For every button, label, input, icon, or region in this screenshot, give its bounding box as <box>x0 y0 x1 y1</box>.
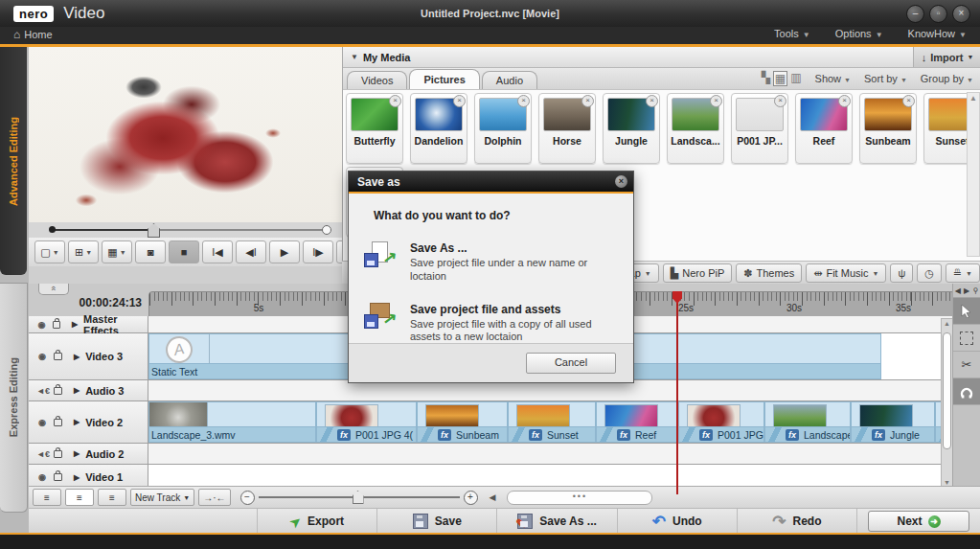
media-item[interactable]: × P001 JP... <box>731 93 788 164</box>
playhead[interactable] <box>676 291 678 494</box>
seek-bar[interactable] <box>29 222 342 239</box>
fx-badge[interactable]: fx <box>617 429 630 441</box>
tab-advanced-editing[interactable]: Advanced Editing <box>0 47 27 275</box>
lock-icon[interactable] <box>54 450 62 458</box>
record-icon[interactable]: ◉ <box>36 320 47 330</box>
remove-icon[interactable]: × <box>453 95 466 107</box>
timeline-collapse-button[interactable]: « <box>38 284 69 295</box>
remove-icon[interactable]: × <box>581 95 594 107</box>
timeline-clip[interactable]: fx P001 JPG 4( <box>678 401 764 443</box>
track-audio2-content[interactable] <box>148 444 953 464</box>
lock-icon[interactable] <box>54 353 62 360</box>
media-item[interactable]: × Jungle <box>603 93 660 164</box>
media-item[interactable]: × Dolphin <box>474 93 532 164</box>
slideshow-button[interactable]: ≞▼ <box>946 263 980 283</box>
expand-icon[interactable]: ▶ <box>72 320 78 329</box>
transition-icon[interactable] <box>597 427 616 442</box>
lock-icon[interactable] <box>54 387 62 395</box>
timeline-clip[interactable]: Landscape_3.wmv <box>148 401 316 443</box>
track-header-master[interactable]: ◉ ▶Master Effects <box>29 316 148 332</box>
fit-timeline-button[interactable]: →·← <box>198 489 230 506</box>
scrollbar-thumb[interactable] <box>943 332 951 449</box>
record-narration-button[interactable]: ψ <box>890 263 913 283</box>
expand-icon[interactable]: ▶ <box>74 418 80 426</box>
fx-badge[interactable]: fx <box>786 429 799 441</box>
home-menu[interactable]: ⌂Home <box>13 28 53 41</box>
group-by-dropdown[interactable]: Group by▼ <box>921 73 973 84</box>
save-button[interactable]: Save <box>376 509 496 534</box>
next-button[interactable]: Next➜ <box>868 511 969 532</box>
fx-badge[interactable]: fx <box>529 429 542 441</box>
fit-music-button[interactable]: ⇹Fit Music▼ <box>806 263 886 283</box>
nero-pip-button[interactable]: ▙Nero PiP <box>663 263 733 283</box>
new-track-dropdown[interactable]: New Track▼ <box>130 489 194 506</box>
remove-icon[interactable]: × <box>774 95 786 107</box>
lock-icon[interactable] <box>54 473 62 481</box>
track-height-medium-button[interactable]: ≡ <box>65 489 94 506</box>
view-grid-icon[interactable]: ▦ <box>773 71 787 86</box>
transport-button[interactable]: ■ <box>169 240 199 263</box>
expand-icon[interactable]: ▶ <box>74 473 80 482</box>
transport-button[interactable]: ▶ <box>269 240 300 263</box>
zoom-slider-handle[interactable] <box>353 491 364 504</box>
expand-icon[interactable]: ▶ <box>74 449 80 458</box>
tab-videos[interactable]: Videos <box>347 71 407 89</box>
track-header-video3[interactable]: ◉ ▶Video 3 <box>29 333 148 379</box>
magnet-tool-button[interactable] <box>953 378 980 405</box>
save-as-button[interactable]: ✎Save As ... <box>496 509 616 534</box>
zoom-slider[interactable] <box>259 496 460 498</box>
menu-item[interactable]: Options▼ <box>835 28 883 39</box>
remove-icon[interactable]: × <box>389 95 401 107</box>
import-button[interactable]: ↓ Import ▼ <box>913 47 980 67</box>
dialog-title-bar[interactable]: Save as × <box>349 172 633 192</box>
timeline-clip[interactable]: fx Sunset <box>508 401 596 443</box>
fx-badge[interactable]: fx <box>337 429 351 441</box>
transport-button[interactable]: ◙ <box>135 240 166 263</box>
transport-button[interactable]: ▢▼ <box>34 240 65 263</box>
undo-button[interactable]: ↶Undo <box>617 509 737 534</box>
transition-icon[interactable] <box>765 427 785 442</box>
keyframe-icon[interactable]: ⚲ <box>972 286 978 295</box>
timeline-clip[interactable]: fx Landscape <box>764 401 851 443</box>
seek-position-handle[interactable] <box>148 223 160 238</box>
dialog-close-icon[interactable]: × <box>615 175 627 188</box>
media-scrollbar[interactable]: ▲ <box>967 92 980 257</box>
redo-button[interactable]: ↷Redo <box>737 509 856 534</box>
marquee-tool-button[interactable] <box>953 325 980 352</box>
maximize-button[interactable]: ▫ <box>929 5 947 23</box>
media-item[interactable]: × Reef <box>795 93 853 164</box>
timeline-clip[interactable]: fx Sunbeam <box>417 401 508 443</box>
menu-item[interactable]: KnowHow▼ <box>908 28 967 39</box>
record-icon[interactable]: ◉ <box>36 352 48 361</box>
tab-express-editing[interactable]: Express Editing <box>0 283 28 513</box>
remove-icon[interactable]: × <box>710 95 722 107</box>
save-as-option[interactable]: ↗ Save As ... Save project file under a … <box>362 241 633 284</box>
scroll-right-icon[interactable]: ▶ <box>964 286 969 295</box>
track-height-small-button[interactable]: ≡ <box>33 489 61 506</box>
transport-button[interactable]: ◀Ι <box>236 240 266 263</box>
save-assets-option[interactable]: ↗ Save project file and assets Save proj… <box>362 303 633 345</box>
track-header-video2[interactable]: ◉ ▶Video 2 <box>29 401 148 443</box>
track-height-large-button[interactable]: ≡ <box>98 489 126 506</box>
scroll-up-icon[interactable]: ▲ <box>942 320 952 327</box>
media-item[interactable]: × Horse <box>538 93 596 164</box>
cancel-button[interactable]: Cancel <box>526 353 616 374</box>
track-header-audio3[interactable]: ◄€ ▶Audio 3 <box>29 380 148 400</box>
split-tool-button[interactable]: ✂ <box>953 352 980 378</box>
transition-icon[interactable] <box>679 427 698 442</box>
remove-icon[interactable]: × <box>902 95 915 107</box>
fx-badge[interactable]: fx <box>699 429 713 441</box>
zoom-out-button[interactable]: − <box>240 491 255 505</box>
timeline-horizontal-scrollbar[interactable]: ••• <box>507 491 652 505</box>
speaker-icon[interactable]: ◄€ <box>36 449 48 459</box>
timeline-clip[interactable]: fx Jungle <box>851 401 935 443</box>
transition-icon[interactable] <box>509 427 528 442</box>
track-video2-content[interactable]: Landscape_3.wmv fx P001 JPG 4( <box>148 401 953 443</box>
show-dropdown[interactable]: Show▼ <box>815 73 851 84</box>
expand-icon[interactable]: ▶ <box>74 386 80 395</box>
view-large-icons-icon[interactable]: ▚ <box>762 71 770 86</box>
transition-icon[interactable] <box>317 427 336 442</box>
transition-icon[interactable] <box>852 427 871 442</box>
minimize-button[interactable]: – <box>906 5 924 23</box>
tab-audio[interactable]: Audio <box>482 71 537 89</box>
